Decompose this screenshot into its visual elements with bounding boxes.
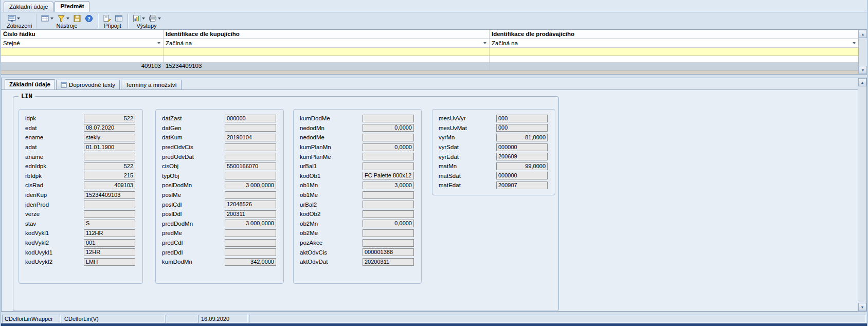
- detail-scrollbar-track[interactable]: [858, 86, 866, 303]
- field-value: 15234409103: [86, 192, 120, 198]
- field-aname[interactable]: [84, 153, 135, 160]
- field-value: 000000: [498, 144, 517, 150]
- detail-tab-label: Termíny a množství: [125, 81, 177, 89]
- field-urBal2[interactable]: [363, 201, 414, 208]
- field-kodVykl1[interactable]: 112HR: [84, 229, 135, 237]
- save-button[interactable]: [72, 13, 82, 23]
- detail-scroll-up-button[interactable]: ▲: [858, 78, 866, 86]
- field-poslCdl[interactable]: 12048526: [225, 201, 276, 208]
- detail-tab-zakladni-udaje[interactable]: Základní údaje: [5, 79, 55, 89]
- field-kumDodMn[interactable]: 342,0000: [225, 258, 276, 266]
- field-ob2Me[interactable]: [363, 229, 414, 237]
- output-chart-button[interactable]: [132, 13, 146, 23]
- field-predOdvCis[interactable]: [225, 143, 276, 151]
- field-ename[interactable]: stekly: [84, 134, 135, 141]
- grid-scroll-down-button[interactable]: ▼: [859, 66, 867, 74]
- field-cisRad[interactable]: 409103: [84, 182, 135, 189]
- field-label-kumPlanMn: kumPlanMn: [300, 144, 363, 150]
- column-header-identifikace-dle-kupujiciho[interactable]: Identifikace dle kupujícího: [164, 30, 490, 39]
- column-header-cislo-radku[interactable]: Číslo řádku: [1, 30, 164, 39]
- field-verze[interactable]: [84, 210, 135, 218]
- field-idenKup[interactable]: 15234409103: [84, 191, 135, 199]
- detail-scrollbar[interactable]: ▲ ▼: [858, 78, 866, 311]
- field-matEdat[interactable]: 200907: [496, 182, 548, 189]
- field-vyrMn[interactable]: 81,0000: [496, 134, 548, 141]
- field-predMe[interactable]: [225, 229, 276, 237]
- detail-tab-doprovodne-texty[interactable]: Doprovodné texty: [56, 80, 120, 89]
- filter-input-identifikace-dle-prodavajiciho[interactable]: [490, 48, 858, 56]
- field-kodVykl2[interactable]: 001: [84, 239, 135, 247]
- field-value: 200907: [498, 182, 517, 188]
- filter-input-cislo-radku[interactable]: [1, 48, 164, 56]
- field-value: 000000: [498, 172, 517, 178]
- attach-table-button[interactable]: [114, 13, 124, 23]
- operator-select-cislo-radku[interactable]: Stejné: [1, 39, 164, 47]
- grid-row[interactable]: 40910315234409103: [1, 62, 858, 70]
- field-kodUvykl2[interactable]: LMH: [84, 258, 135, 266]
- field-stav[interactable]: S: [84, 220, 135, 227]
- field-edat[interactable]: 08.07.2020: [84, 124, 135, 132]
- field-predDdl[interactable]: [225, 248, 276, 256]
- table-edit-button[interactable]: [40, 13, 55, 23]
- field-predCdl[interactable]: [225, 239, 276, 247]
- field-typObj[interactable]: [225, 172, 276, 179]
- field-value: stekly: [86, 134, 100, 140]
- help-button[interactable]: ?: [84, 13, 94, 23]
- field-predOdvDat[interactable]: [225, 153, 276, 160]
- field-mesUvVyr[interactable]: 000: [496, 115, 548, 122]
- field-ob1Me[interactable]: [363, 191, 414, 199]
- field-kumPlanMn[interactable]: 0,0000: [363, 143, 414, 151]
- operator-select-identifikace-dle-kupujiciho[interactable]: Začíná na: [164, 39, 490, 47]
- field-adat[interactable]: 01.01.1900: [84, 143, 135, 151]
- field-datGen[interactable]: [225, 124, 276, 132]
- field-idpk[interactable]: 522: [84, 115, 135, 122]
- field-kodUvykl1[interactable]: 12HR: [84, 248, 135, 256]
- field-matSdat[interactable]: 000000: [496, 172, 548, 179]
- column-header-identifikace-dle-prodavajiciho[interactable]: Identifikace dle prodávajícího: [490, 30, 858, 39]
- grid-row[interactable]: [1, 56, 858, 62]
- field-kumDodMe[interactable]: [363, 115, 414, 122]
- field-predDodMn[interactable]: 3 000,0000: [225, 220, 276, 227]
- view-button[interactable]: [7, 13, 21, 23]
- field-rbIdpk[interactable]: 215: [84, 172, 135, 179]
- field-poslMe[interactable]: [225, 191, 276, 199]
- field-datZast[interactable]: 000000: [225, 115, 276, 122]
- field-aktOdvCis[interactable]: 000001388: [363, 248, 414, 256]
- field-nedodMn[interactable]: 0,0000: [363, 124, 414, 132]
- field-kumPlanMe[interactable]: [363, 153, 414, 160]
- field-idenProd[interactable]: [84, 201, 135, 208]
- field-ob1Mn[interactable]: 3,0000: [363, 182, 414, 189]
- field-label-aktOdvCis: aktOdvCis: [300, 249, 363, 256]
- field-mesUvMat[interactable]: 000: [496, 124, 548, 132]
- grid-scrollbar-track[interactable]: [859, 38, 867, 66]
- field-ob2Mn[interactable]: 0,0000: [363, 220, 414, 227]
- field-aktOdvDat[interactable]: 20200311: [363, 258, 414, 266]
- filter-button[interactable]: [56, 13, 70, 23]
- print-button[interactable]: [148, 13, 162, 23]
- grid-scrollbar[interactable]: ▲ ▼: [858, 30, 867, 74]
- grid-header-row: Číslo řádkuIdentifikace dle kupujícíhoId…: [1, 30, 858, 39]
- field-ednIdpk[interactable]: 522: [84, 162, 135, 170]
- detail-scroll-down-button[interactable]: ▼: [858, 303, 866, 311]
- field-vyrSdat[interactable]: 000000: [496, 143, 548, 151]
- field-label-stav: stav: [25, 221, 84, 227]
- detail-tab-terminy-a-mnozstvi[interactable]: Termíny a množství: [121, 80, 182, 89]
- field-cisObj[interactable]: 5500166070: [225, 162, 276, 170]
- field-poslDdl[interactable]: 200311: [225, 210, 276, 218]
- field-matMn[interactable]: 99,0000: [496, 162, 548, 170]
- main-tab-zakladni-udaje[interactable]: Základní údaje: [4, 2, 53, 12]
- field-nedodMe[interactable]: [363, 134, 414, 141]
- field-vyrEdat[interactable]: 200609: [496, 153, 548, 160]
- attach-edit-button[interactable]: [102, 13, 112, 23]
- filter-input-identifikace-dle-kupujiciho[interactable]: [164, 48, 490, 56]
- field-urBal1[interactable]: [363, 162, 414, 170]
- field-kodOb2[interactable]: [363, 210, 414, 218]
- field-poslDodMn[interactable]: 3 000,0000: [225, 182, 276, 189]
- field-row: idenKup15234409103: [19, 190, 142, 200]
- field-pozAkce[interactable]: [363, 239, 414, 247]
- field-datKum[interactable]: 20190104: [225, 134, 276, 141]
- operator-select-identifikace-dle-prodavajiciho[interactable]: Začíná na: [490, 39, 858, 47]
- grid-scroll-up-button[interactable]: ▲: [859, 30, 867, 38]
- field-kodOb1[interactable]: FC Palette 800x12: [363, 172, 414, 179]
- main-tab-predmet[interactable]: Předmět: [55, 1, 89, 12]
